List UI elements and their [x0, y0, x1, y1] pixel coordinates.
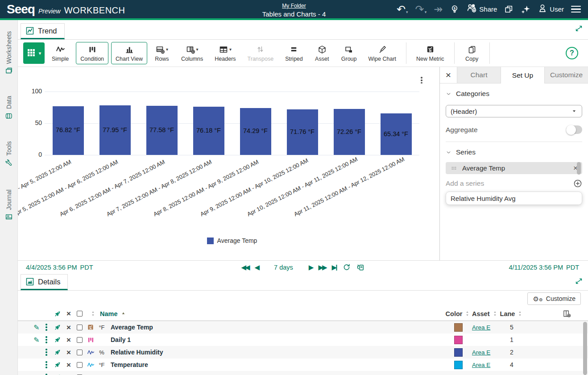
edit-pencil-icon[interactable]: ✎: [33, 323, 39, 332]
rocket-icon[interactable]: [54, 373, 62, 375]
upgrade-bulb-icon[interactable]: $: [450, 4, 460, 14]
asset-link[interactable]: Area E: [472, 324, 490, 331]
toolbar-button-simple[interactable]: Simple: [47, 42, 73, 64]
toolbar-button-chart-view[interactable]: Chart View: [111, 42, 147, 64]
sort-icon[interactable]: [492, 310, 498, 317]
range-start[interactable]: 4/4/2025 3:56 PMPDT: [26, 264, 93, 271]
sort-icon[interactable]: [517, 310, 523, 317]
tab-trend[interactable]: Trend: [21, 23, 65, 39]
step-back-fast-button[interactable]: ◀◀: [241, 264, 248, 271]
remove-all-icon[interactable]: ×: [66, 310, 71, 317]
customize-button[interactable]: ⚙⚙ Customize: [527, 292, 581, 305]
step-forward-button[interactable]: ▶: [309, 264, 313, 271]
column-header-asset[interactable]: Asset: [472, 310, 490, 317]
copy-range-button[interactable]: [356, 263, 365, 271]
step-forward-fast-button[interactable]: ▶▶: [318, 264, 326, 271]
sidebar-item-data[interactable]: Data: [0, 92, 17, 124]
series-scrollbar-thumb[interactable]: [577, 162, 581, 175]
column-header-name[interactable]: Name: [100, 310, 118, 317]
asset-link[interactable]: Area E: [472, 349, 490, 356]
toolbar-button-striped[interactable]: Striped: [281, 42, 307, 64]
range-end[interactable]: 4/11/2025 3:56 PMPDT: [509, 264, 579, 271]
share-button[interactable]: Share: [467, 3, 497, 15]
header-dropdown[interactable]: (Header): [446, 105, 582, 117]
sidebar-item-worksheets[interactable]: Worksheets: [0, 26, 17, 79]
undo-button[interactable]: ↶▾: [397, 4, 408, 14]
table-row-daily-1[interactable]: ✎×Daily 11: [18, 333, 588, 346]
toolbar-button-new-metric[interactable]: New Metric: [412, 42, 449, 64]
breadcrumb-my-folder[interactable]: My Folder: [282, 3, 306, 9]
close-panel-icon[interactable]: ×: [440, 67, 457, 83]
row-kebab-menu[interactable]: [46, 373, 47, 375]
details-scrollbar-thumb[interactable]: [583, 322, 587, 375]
select-all-checkbox[interactable]: [77, 311, 83, 317]
row-kebab-menu[interactable]: [46, 323, 47, 332]
remove-item-icon[interactable]: ×: [66, 336, 71, 344]
toolbar-button-wipe-chart[interactable]: Wipe Chart: [364, 42, 401, 64]
row-kebab-menu[interactable]: [46, 348, 47, 357]
asset-link[interactable]: Area E: [472, 362, 490, 368]
toolbar-button-condition[interactable]: Condition: [76, 42, 108, 64]
duplicate-worksheet-icon[interactable]: [504, 4, 513, 14]
redo-all-button[interactable]: ↠: [434, 4, 443, 14]
toolbar-button-copy[interactable]: Copy: [460, 42, 484, 64]
row-checkbox[interactable]: [77, 362, 83, 368]
toolbar-button-group[interactable]: Group: [337, 42, 361, 64]
ai-sparkles-icon[interactable]: [521, 4, 530, 14]
sort-icon[interactable]: [90, 310, 96, 317]
rocket-icon[interactable]: [54, 310, 62, 318]
series-suggestion[interactable]: Relative Humidity Avg: [446, 192, 582, 205]
help-button[interactable]: ?: [566, 47, 578, 59]
toolbar-button-asset[interactable]: Asset: [310, 42, 334, 64]
remove-item-icon[interactable]: ×: [66, 349, 71, 356]
table-row-partial[interactable]: ×: [18, 371, 588, 375]
user-menu[interactable]: User: [538, 4, 564, 15]
row-kebab-menu[interactable]: [46, 335, 47, 344]
aggregate-toggle[interactable]: [566, 125, 582, 134]
expand-details-icon[interactable]: [575, 277, 583, 285]
column-header-color[interactable]: Color: [446, 310, 463, 317]
drag-handle-icon[interactable]: [450, 164, 458, 172]
sidebar-item-tools[interactable]: Tools: [0, 137, 17, 170]
toolbar-button-rows[interactable]: ▾Rows: [150, 42, 174, 64]
remove-item-icon[interactable]: ×: [66, 374, 71, 375]
color-swatch[interactable]: [454, 323, 463, 332]
step-back-button[interactable]: ◀: [255, 264, 259, 271]
color-swatch[interactable]: [454, 348, 463, 357]
tab-set-up[interactable]: Set Up: [501, 67, 544, 83]
range-duration[interactable]: 7 days: [274, 264, 293, 271]
redo-button[interactable]: ↷▾: [415, 4, 427, 14]
row-kebab-menu[interactable]: [46, 360, 47, 369]
rocket-icon[interactable]: [54, 348, 62, 356]
color-swatch[interactable]: [454, 336, 463, 344]
table-row-temperature[interactable]: ×°FTemperatureArea E4: [18, 358, 588, 371]
edit-pencil-icon[interactable]: ✎: [33, 336, 39, 344]
add-series-plus-icon[interactable]: [573, 179, 582, 188]
toolbar-button-columns[interactable]: ▾Columns: [177, 42, 207, 64]
seeq-logo[interactable]: Seeq Preview WORKBENCH: [7, 2, 125, 17]
categories-section-header[interactable]: Categories: [446, 90, 582, 98]
tab-customize[interactable]: Customize: [544, 67, 588, 83]
chart-menu-kebab[interactable]: [418, 75, 425, 86]
row-checkbox[interactable]: [77, 325, 83, 330]
view-selector-button[interactable]: ▾: [23, 42, 45, 64]
rocket-icon[interactable]: [54, 323, 62, 331]
series-section-header[interactable]: Series: [446, 148, 582, 156]
remove-item-icon[interactable]: ×: [66, 324, 71, 331]
table-row-average-temp[interactable]: ✎×°FAverage TempArea E5: [18, 321, 588, 333]
refresh-button[interactable]: [343, 263, 351, 271]
table-row-relative-humidity[interactable]: ×%Relative HumidityArea E2: [18, 346, 588, 358]
row-checkbox[interactable]: [77, 350, 83, 355]
add-column-icon[interactable]: [563, 309, 571, 318]
tab-details[interactable]: Details: [21, 274, 68, 290]
legend-item[interactable]: Average Temp: [207, 237, 257, 244]
tab-chart[interactable]: Chart: [457, 67, 501, 83]
expand-trend-icon[interactable]: [575, 25, 583, 32]
row-checkbox[interactable]: [77, 337, 83, 343]
column-header-lane[interactable]: Lane: [500, 310, 515, 317]
sidebar-item-journal[interactable]: Journal: [0, 184, 17, 225]
series-item[interactable]: Average Temp ×: [446, 162, 582, 174]
toolbar-button-headers[interactable]: ▾Headers: [210, 42, 240, 64]
color-swatch[interactable]: [454, 361, 463, 369]
sort-icon[interactable]: [464, 310, 471, 317]
